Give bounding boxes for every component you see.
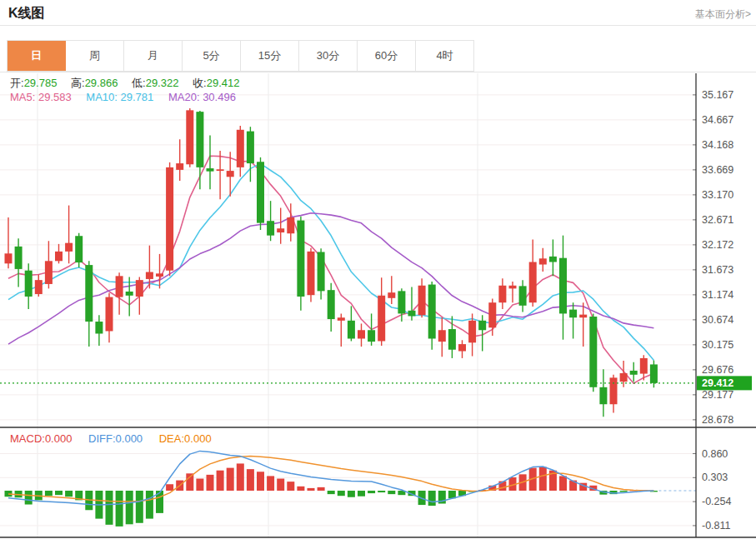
macd-bar-up bbox=[318, 487, 325, 491]
candle-up[interactable] bbox=[217, 169, 224, 171]
macd-axis-label: 0.860 bbox=[702, 448, 728, 460]
candle-up[interactable] bbox=[338, 317, 345, 321]
dea-line bbox=[8, 457, 653, 502]
candle-down[interactable] bbox=[589, 317, 597, 387]
candle-down[interactable] bbox=[630, 371, 638, 375]
candle-down[interactable] bbox=[247, 132, 254, 163]
candle-down[interactable] bbox=[519, 286, 527, 305]
candle-up[interactable] bbox=[458, 344, 466, 351]
candle-up[interactable] bbox=[35, 280, 43, 294]
macd-value-readout: MACD:0.000 bbox=[10, 432, 72, 445]
candle-down[interactable] bbox=[569, 310, 577, 318]
candle-up[interactable] bbox=[498, 286, 506, 302]
macd-bar-up bbox=[559, 476, 567, 491]
candle-up[interactable] bbox=[488, 302, 496, 327]
candle-up[interactable] bbox=[156, 273, 163, 277]
candle-up[interactable] bbox=[116, 276, 123, 297]
candle-down[interactable] bbox=[408, 311, 416, 317]
candle-up[interactable] bbox=[620, 373, 628, 382]
high-value: 29.866 bbox=[85, 77, 118, 89]
candle-down[interactable] bbox=[559, 258, 567, 314]
candle-up[interactable] bbox=[65, 243, 73, 252]
candle-down[interactable] bbox=[318, 252, 325, 291]
candle-down[interactable] bbox=[207, 168, 214, 172]
candle-up[interactable] bbox=[509, 286, 517, 289]
candle-up[interactable] bbox=[610, 377, 618, 404]
candle-up[interactable] bbox=[529, 262, 537, 303]
candle-down[interactable] bbox=[328, 290, 335, 319]
open-label: 开: bbox=[10, 77, 24, 89]
candle-up[interactable] bbox=[146, 272, 153, 279]
candle-up[interactable] bbox=[136, 280, 143, 297]
candle-down[interactable] bbox=[368, 330, 375, 342]
price-axis-label: 33.170 bbox=[702, 189, 733, 201]
chart-stage: 35.16734.66734.16833.66933.17032.67132.1… bbox=[0, 0, 756, 539]
candle-up[interactable] bbox=[55, 252, 63, 261]
macd-bar-up bbox=[247, 469, 254, 491]
candle-up[interactable] bbox=[468, 321, 476, 342]
macd-bar-up bbox=[196, 479, 203, 491]
diff-value-readout: DIFF:0.000 bbox=[88, 432, 143, 445]
candle-down[interactable] bbox=[297, 221, 304, 297]
macd-bar-up bbox=[287, 482, 294, 491]
macd-bar-down bbox=[116, 491, 123, 527]
price-axis-label: 32.671 bbox=[702, 214, 733, 226]
candle-up[interactable] bbox=[388, 292, 395, 298]
macd-bar-down bbox=[358, 491, 365, 497]
candle-down[interactable] bbox=[428, 285, 436, 339]
macd-bar-up bbox=[257, 472, 264, 491]
macd-bar-down bbox=[136, 491, 143, 523]
candle-up[interactable] bbox=[5, 253, 13, 263]
candle-down[interactable] bbox=[267, 221, 274, 235]
candle-down[interactable] bbox=[85, 265, 93, 322]
macd-bar-up bbox=[227, 468, 234, 491]
price-axis-label: 30.674 bbox=[702, 314, 733, 326]
macd-readout: MACD:0.000 DIFF:0.000 DEA:0.000 bbox=[10, 432, 212, 445]
macd-bar-down bbox=[378, 491, 385, 492]
price-axis-label: 31.673 bbox=[702, 264, 733, 276]
candle-up[interactable] bbox=[378, 296, 385, 342]
candle-up[interactable] bbox=[308, 252, 315, 295]
candle-down[interactable] bbox=[75, 236, 83, 262]
candle-up[interactable] bbox=[176, 163, 183, 170]
candle-up[interactable] bbox=[287, 217, 294, 233]
macd-bar-down bbox=[338, 491, 345, 496]
candle-up[interactable] bbox=[358, 330, 365, 338]
candle-down[interactable] bbox=[599, 387, 607, 404]
candle-down[interactable] bbox=[398, 291, 405, 313]
price-axis-label: 32.172 bbox=[702, 239, 733, 251]
macd-bar-down bbox=[106, 491, 113, 525]
low-label: 低: bbox=[132, 77, 146, 89]
candle-up[interactable] bbox=[237, 130, 244, 167]
price-axis-label: 30.175 bbox=[702, 339, 733, 351]
candle-up[interactable] bbox=[106, 297, 113, 332]
candle-down[interactable] bbox=[448, 329, 456, 350]
candle-up[interactable] bbox=[166, 167, 173, 271]
open-value: 29.785 bbox=[24, 77, 58, 89]
candle-up[interactable] bbox=[418, 286, 426, 315]
macd-bar-up bbox=[237, 463, 244, 491]
price-axis-label: 28.678 bbox=[702, 414, 733, 426]
candle-down[interactable] bbox=[650, 364, 658, 382]
candle-down[interactable] bbox=[478, 321, 486, 330]
candle-down[interactable] bbox=[196, 112, 203, 167]
candle-up[interactable] bbox=[438, 330, 446, 342]
candle-up[interactable] bbox=[579, 315, 587, 318]
candle-down[interactable] bbox=[15, 247, 23, 269]
close-value: 29.412 bbox=[207, 77, 240, 89]
candle-up[interactable] bbox=[45, 261, 53, 284]
candle-down[interactable] bbox=[25, 271, 33, 297]
candle-down[interactable] bbox=[348, 321, 355, 339]
candle-up[interactable] bbox=[227, 171, 234, 177]
price-axis-label: 35.167 bbox=[702, 89, 733, 101]
candle-down[interactable] bbox=[257, 162, 264, 222]
ma5-readout: MA5: 29.583 bbox=[10, 91, 72, 103]
candle-up[interactable] bbox=[640, 358, 648, 374]
candle-up[interactable] bbox=[277, 228, 284, 232]
candle-down[interactable] bbox=[549, 257, 557, 262]
candle-down[interactable] bbox=[126, 292, 133, 296]
candle-up[interactable] bbox=[539, 258, 547, 264]
candle-down[interactable] bbox=[95, 322, 103, 333]
price-axis-label: 34.168 bbox=[702, 139, 733, 151]
candle-up[interactable] bbox=[186, 110, 193, 164]
